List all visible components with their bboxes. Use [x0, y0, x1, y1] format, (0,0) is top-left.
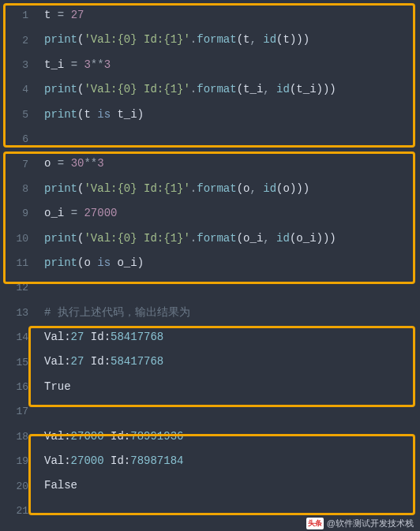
- code-content: Val:27 Id:58417768: [36, 325, 420, 350]
- watermark-account: @软件测试开发技术栈: [327, 518, 414, 529]
- code-line: 11print(o is o_i): [0, 251, 420, 275]
- code-line: 18Val:27000 Id:78991936: [0, 424, 420, 449]
- code-line: 7o = 30**3: [0, 151, 420, 176]
- code-content: print('Val:{0} Id:{1}'.format(o, id(o))): [36, 177, 420, 201]
- code-editor: 1t = 272print('Val:{0} Id:{1}'.format(t,…: [0, 0, 420, 523]
- line-number: 21: [0, 505, 36, 517]
- line-number: 13: [0, 307, 36, 319]
- code-line: 20False: [0, 473, 420, 498]
- line-number: 2: [0, 35, 36, 47]
- code-content: print(o is o_i): [36, 251, 420, 275]
- code-content: t = 27: [36, 3, 420, 28]
- code-line: 6: [0, 127, 420, 151]
- code-content: Val:27000 Id:78991936: [36, 424, 420, 449]
- code-content: # 执行上述代码，输出结果为: [36, 301, 420, 325]
- line-number: 5: [0, 109, 36, 121]
- line-number: 16: [0, 381, 36, 393]
- line-number: 10: [0, 233, 36, 245]
- code-content: t_i = 3**3: [36, 53, 420, 77]
- code-content: False: [36, 473, 420, 498]
- code-line: 15Val:27 Id:58417768: [0, 350, 420, 374]
- code-content: print('Val:{0} Id:{1}'.format(o_i, id(o_…: [36, 226, 420, 251]
- line-number: 7: [0, 159, 36, 170]
- line-number: 3: [0, 59, 36, 71]
- line-number: 15: [0, 357, 36, 368]
- code-line: 5print(t is t_i): [0, 103, 420, 127]
- code-content: o = 30**3: [36, 151, 420, 176]
- watermark: 头条 @软件测试开发技术栈: [306, 518, 414, 529]
- watermark-logo: 头条: [306, 518, 324, 529]
- code-content: o_i = 27000: [36, 201, 420, 226]
- code-line: 17: [0, 399, 420, 424]
- code-content: True: [36, 375, 420, 399]
- code-line: 19Val:27000 Id:78987184: [0, 449, 420, 473]
- code-line: 3t_i = 3**3: [0, 53, 420, 77]
- code-line: 1t = 27: [0, 3, 420, 28]
- code-content: print(t is t_i): [36, 103, 420, 127]
- line-number: 18: [0, 431, 36, 443]
- code-content: Val:27 Id:58417768: [36, 350, 420, 374]
- line-number: 8: [0, 183, 36, 195]
- line-number: 6: [0, 133, 36, 145]
- line-number: 11: [0, 257, 36, 269]
- line-number: 1: [0, 9, 36, 21]
- code-line: 9o_i = 27000: [0, 201, 420, 226]
- code-content: print('Val:{0} Id:{1}'.format(t, id(t))): [36, 28, 420, 52]
- code-line: 4print('Val:{0} Id:{1}'.format(t_i, id(t…: [0, 77, 420, 102]
- line-number: 9: [0, 208, 36, 219]
- code-line: 16True: [0, 375, 420, 399]
- code-line: 12: [0, 275, 420, 300]
- code-content: print('Val:{0} Id:{1}'.format(t_i, id(t_…: [36, 77, 420, 102]
- code-content: Val:27000 Id:78987184: [36, 449, 420, 473]
- code-line: 14Val:27 Id:58417768: [0, 325, 420, 350]
- line-number: 17: [0, 406, 36, 417]
- code-line: 10print('Val:{0} Id:{1}'.format(o_i, id(…: [0, 226, 420, 251]
- line-number: 14: [0, 331, 36, 343]
- code-line: 2print('Val:{0} Id:{1}'.format(t, id(t))…: [0, 28, 420, 52]
- line-number: 4: [0, 84, 36, 95]
- line-number: 20: [0, 481, 36, 492]
- line-number: 19: [0, 455, 36, 467]
- line-number: 12: [0, 282, 36, 294]
- code-line: 8print('Val:{0} Id:{1}'.format(o, id(o))…: [0, 177, 420, 201]
- code-line: 13# 执行上述代码，输出结果为: [0, 301, 420, 325]
